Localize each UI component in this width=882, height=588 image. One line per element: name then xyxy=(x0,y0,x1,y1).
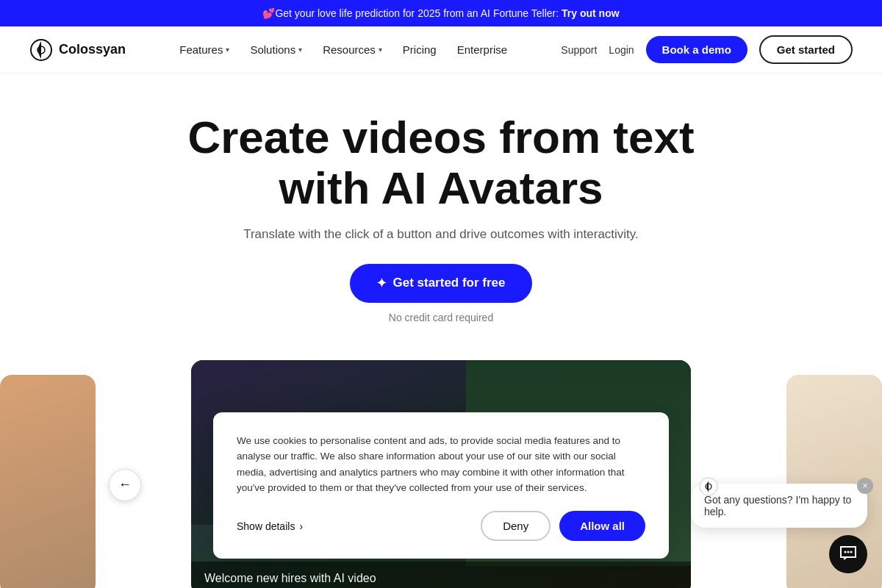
cookie-banner: We use cookies to personalise content an… xyxy=(213,412,669,559)
close-chat-button[interactable]: × xyxy=(857,478,873,494)
deny-button[interactable]: Deny xyxy=(481,511,551,541)
hero-title: Create videos from text with AI Avatars xyxy=(165,112,717,214)
chat-logo-icon xyxy=(698,476,719,499)
get-started-nav-button[interactable]: Get started xyxy=(759,35,853,64)
cookie-actions: Show details › Deny Allow all xyxy=(237,511,645,541)
nav-right: Support Login Book a demo Get started xyxy=(561,35,853,64)
show-details-link[interactable]: Show details › xyxy=(237,520,303,532)
banner-cta[interactable]: Try out now xyxy=(562,7,620,19)
logo-icon xyxy=(29,38,53,62)
logo-text: Colossyan xyxy=(59,42,126,57)
cookie-text: We use cookies to personalise content an… xyxy=(237,433,645,496)
allow-all-button[interactable]: Allow all xyxy=(559,511,645,541)
chevron-down-icon: ▾ xyxy=(298,46,302,54)
nav-resources[interactable]: Resources ▾ xyxy=(323,43,382,56)
chevron-down-icon: ▾ xyxy=(379,46,382,54)
chat-open-button[interactable] xyxy=(829,535,867,573)
chat-message-text: Got any questions? I'm happy to help. xyxy=(704,494,851,517)
chevron-down-icon: ▾ xyxy=(226,46,229,54)
hero-subtitle: Translate with the click of a button and… xyxy=(29,227,853,242)
banner-text: 💕Get your love life prediction for 2025 … xyxy=(262,7,562,19)
carousel-prev-button[interactable]: ← xyxy=(109,469,141,501)
nav-features[interactable]: Features ▾ xyxy=(179,43,229,56)
book-demo-button[interactable]: Book a demo xyxy=(646,36,747,63)
support-link[interactable]: Support xyxy=(561,44,597,56)
nav-pricing[interactable]: Pricing xyxy=(403,43,437,56)
hero-section: Create videos from text with AI Avatars … xyxy=(0,74,882,338)
logo[interactable]: Colossyan xyxy=(29,38,126,62)
get-started-hero-button[interactable]: ✦ Get started for free xyxy=(350,264,531,303)
nav-center: Features ▾ Solutions ▾ Resources ▾ Prici… xyxy=(179,43,507,56)
star-icon: ✦ xyxy=(376,276,387,291)
nav-enterprise[interactable]: Enterprise xyxy=(457,43,507,56)
no-credit-text: No credit card required xyxy=(29,312,853,323)
svg-point-6 xyxy=(850,551,853,553)
announcement-banner: 💕Get your love life prediction for 2025 … xyxy=(0,0,882,26)
get-started-hero-label: Get started for free xyxy=(392,276,505,290)
carousel-card-label: Welcome new hires with AI video xyxy=(191,562,691,588)
chat-widget: × Got any questions? I'm happy to help. xyxy=(691,484,867,573)
login-link[interactable]: Login xyxy=(609,44,634,56)
chat-message-bubble: × Got any questions? I'm happy to help. xyxy=(691,484,867,528)
carousel-side-left xyxy=(0,375,96,588)
cookie-buttons: Deny Allow all xyxy=(481,511,645,541)
svg-point-5 xyxy=(847,551,850,553)
nav-solutions[interactable]: Solutions ▾ xyxy=(250,43,302,56)
chevron-right-icon: › xyxy=(299,520,303,532)
navbar: Colossyan Features ▾ Solutions ▾ Resourc… xyxy=(0,26,882,74)
svg-point-4 xyxy=(845,551,847,553)
